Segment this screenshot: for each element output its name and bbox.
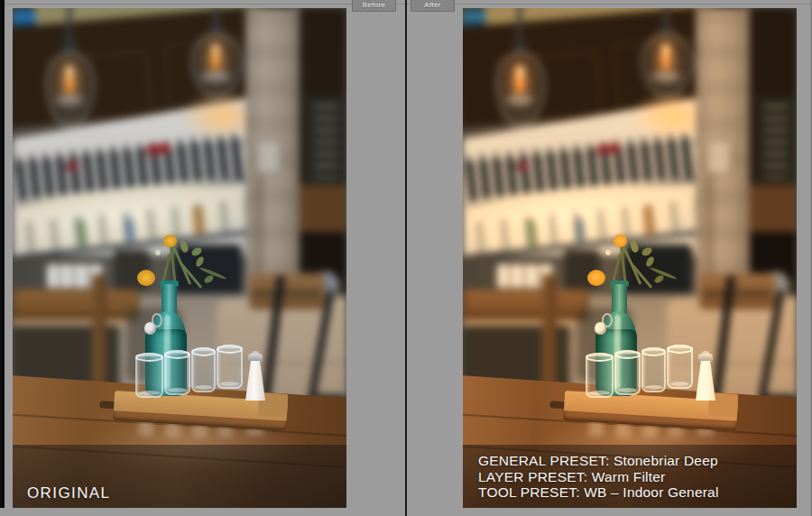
preset-label: LAYER PRESET: — [478, 469, 587, 484]
drinking-glass — [614, 352, 641, 395]
glass-rim — [641, 347, 666, 356]
drinking-glass — [667, 346, 693, 389]
drinking-glass — [164, 352, 190, 395]
before-photo-scene — [13, 8, 346, 508]
glass-rim — [191, 347, 216, 356]
marigold-flower — [163, 235, 177, 247]
drinking-glass — [135, 355, 163, 398]
after-photo-scene — [463, 8, 797, 508]
drinking-glass — [641, 349, 666, 392]
marigold-flower — [137, 270, 155, 286]
glass-base — [139, 391, 160, 395]
before-after-compare-view: Before After — [0, 0, 812, 516]
preset-value: WB – Indoor General — [584, 484, 718, 500]
general-preset-line: GENERAL PRESET: Stonebriar Deep — [478, 453, 719, 469]
white-bud — [155, 250, 161, 255]
salt-shaker-body — [245, 361, 265, 401]
flower-bud — [179, 239, 189, 253]
glass-base — [645, 385, 662, 390]
glass-base — [618, 388, 637, 392]
marigold-flower — [614, 235, 627, 247]
marigold-flower — [587, 270, 605, 286]
glass-base — [168, 388, 187, 392]
flower-bud — [644, 255, 655, 268]
glass-base — [589, 391, 610, 395]
preset-value: Warm Filter — [592, 469, 666, 484]
glass-rim — [135, 353, 163, 362]
swing-stopper — [595, 322, 606, 335]
photo-foreground — [463, 8, 797, 508]
tool-preset-line: TOOL PRESET: WB – Indoor General — [478, 484, 719, 501]
tab-before[interactable]: Before — [352, 0, 396, 12]
drinking-glass — [191, 349, 216, 392]
filmstrip-edge — [0, 0, 5, 508]
swing-stopper — [144, 322, 156, 335]
glass-rim — [667, 345, 693, 354]
glass-base — [220, 382, 239, 386]
glass-rim — [217, 345, 243, 354]
tab-after[interactable]: After — [411, 0, 455, 12]
white-bud — [605, 250, 611, 255]
flower-bud — [194, 255, 205, 268]
panel-divider — [405, 0, 407, 516]
glass-rim — [614, 350, 641, 359]
drinking-glass — [586, 355, 614, 398]
glass-base — [670, 382, 689, 386]
preset-label: TOOL PRESET: — [478, 484, 580, 500]
before-photo[interactable]: ORIGINAL — [13, 8, 346, 508]
after-photo[interactable]: GENERAL PRESET: Stonebriar Deep LAYER PR… — [463, 8, 797, 508]
photo-foreground — [13, 8, 346, 508]
after-caption: GENERAL PRESET: Stonebriar Deep LAYER PR… — [478, 453, 719, 501]
preset-label: GENERAL PRESET: — [478, 453, 609, 468]
salt-shaker-body — [696, 361, 715, 401]
drinking-glass — [217, 346, 243, 389]
before-caption: ORIGINAL — [27, 484, 110, 502]
glass-rim — [164, 350, 190, 359]
preset-value: Stonebriar Deep — [614, 453, 718, 468]
glass-rim — [586, 353, 614, 362]
glass-base — [195, 385, 212, 390]
flower-bud — [629, 239, 640, 253]
layer-preset-line: LAYER PRESET: Warm Filter — [478, 469, 719, 485]
